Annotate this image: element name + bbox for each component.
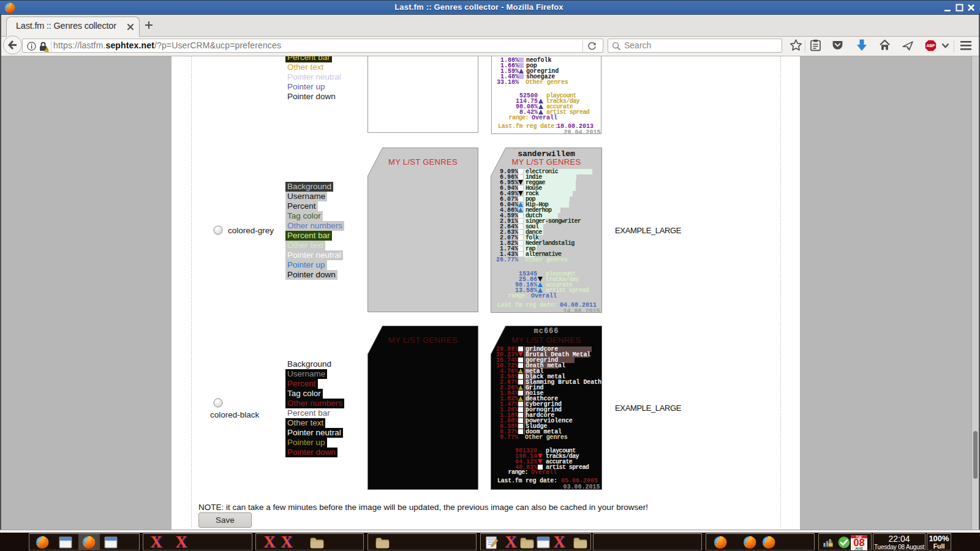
svg-text:AUG: AUG xyxy=(855,547,863,550)
svg-text:X: X xyxy=(281,536,292,549)
svg-text:X: X xyxy=(553,536,565,549)
svg-text:ABP: ABP xyxy=(926,43,935,48)
svg-text:X: X xyxy=(175,536,187,549)
svg-text:X: X xyxy=(150,536,162,549)
svg-text:X: X xyxy=(263,536,275,549)
svg-text:X: X xyxy=(505,536,516,549)
